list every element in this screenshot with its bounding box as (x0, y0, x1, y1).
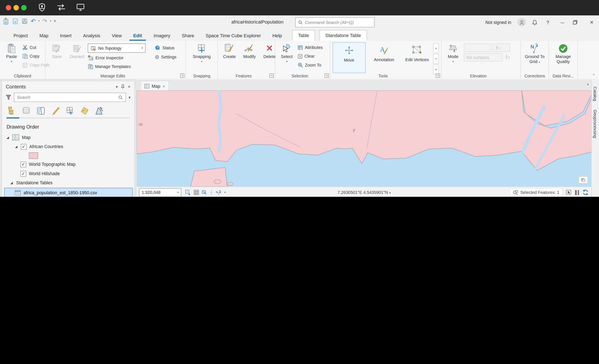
paste-dropdown-icon[interactable]: ▾ (11, 60, 12, 63)
manage-templates-button[interactable]: Manage Templates (88, 63, 153, 71)
map-surround-icon[interactable] (579, 176, 588, 183)
contextual-tab-table[interactable]: Table (292, 30, 315, 41)
annotation-tool-button[interactable]: A Annotation (367, 42, 401, 63)
tree-item-csv-table[interactable]: africa_population_est_1850-1950.csv (4, 188, 133, 197)
tree-item-african-countries[interactable]: ◢ ✓ African Countries (2, 142, 134, 151)
world-hillshade-checkbox[interactable]: ✓ (20, 170, 26, 176)
tools-scroll-up-icon[interactable]: ▴ (433, 43, 439, 53)
tree-item-world-hillshade[interactable]: ✓ World Hillshade (2, 169, 134, 178)
elevation-mode-dropdown-icon[interactable]: ▾ (452, 60, 454, 63)
world-topographic-checkbox[interactable]: ✓ (20, 161, 26, 167)
ground-to-grid-button[interactable]: N Ground To Grid ▾ (523, 42, 546, 65)
tools-expand-icon[interactable]: ▾̄ (433, 65, 439, 75)
contents-tab-labeling[interactable] (80, 107, 89, 115)
select-dropdown-icon[interactable]: ▾ (286, 60, 288, 63)
tab-view[interactable]: View (108, 31, 126, 41)
select-button[interactable]: Select ▾ (277, 42, 296, 64)
elevation-value-input[interactable] (464, 44, 492, 52)
tab-edit[interactable]: Edit (129, 31, 146, 41)
tab-project[interactable]: Project (9, 31, 32, 41)
features-launcher-icon[interactable]: ↘ (270, 73, 274, 78)
settings-button[interactable]: ⚙Settings (155, 53, 182, 61)
mac-zoom-button[interactable] (21, 5, 27, 10)
shield-icon[interactable] (38, 3, 45, 12)
select-tool-icon[interactable] (566, 190, 572, 195)
tree-item-world-topographic-map[interactable]: ✓ World Topographic Map (2, 160, 134, 169)
map-view-tab[interactable]: Map × (141, 81, 169, 91)
paste-button[interactable]: Paste ▾ (2, 42, 21, 64)
search-options-icon[interactable]: ▾ (129, 95, 130, 99)
elevation-unit-select[interactable]: ft▾ (493, 44, 510, 52)
contents-tab-data-sources[interactable] (22, 107, 31, 115)
layer-color-swatch[interactable] (29, 152, 38, 159)
tree-item-standalone-tables[interactable]: ◢ Standalone Tables (2, 178, 134, 187)
contents-menu-icon[interactable]: ▾ (116, 84, 118, 89)
redo-icon[interactable]: ↷ (43, 18, 47, 25)
discard-edits-button[interactable]: Discard (68, 42, 86, 60)
tab-map[interactable]: Map (35, 31, 52, 41)
tools-scroll-down-icon[interactable]: ▾ (433, 54, 439, 64)
selected-features-indicator[interactable]: Selected Features: 1 (510, 188, 562, 197)
attributes-button[interactable]: Attributes (298, 44, 323, 51)
create-button[interactable]: Create (220, 42, 239, 60)
refresh-icon[interactable] (582, 189, 589, 195)
elevation-mode-button[interactable]: z Mode ▾ (444, 42, 462, 64)
contextual-tab-standalone-table[interactable]: Standalone Table (319, 30, 367, 41)
tab-analysis[interactable]: Analysis (79, 31, 104, 41)
edit-vertices-tool-button[interactable]: Edit Vertices (403, 42, 432, 63)
contents-close-icon[interactable]: × (128, 84, 130, 89)
command-search-input[interactable]: Command Search (Alt+Q) (295, 17, 375, 27)
manage-edits-launcher-icon[interactable]: ↘ (180, 73, 184, 78)
signin-status[interactable]: Not signed in (485, 20, 511, 25)
snapping-button[interactable]: Snapping ▾ (191, 42, 212, 64)
topology-combobox[interactable]: No Topology ▾ (88, 44, 146, 53)
undo-dropdown-icon[interactable]: ▾ (38, 19, 40, 23)
filter-funnel-icon[interactable] (6, 94, 11, 100)
user-avatar[interactable] (518, 18, 526, 27)
new-project-icon[interactable] (3, 18, 9, 25)
collapse-ribbon-icon[interactable]: ⌃ (592, 73, 595, 77)
no-surfaces-input[interactable]: No surfaces (464, 53, 503, 62)
add-layout-icon[interactable] (185, 190, 191, 195)
contents-tab-selection[interactable] (37, 107, 45, 115)
pin-icon[interactable] (121, 84, 125, 89)
tools-launcher-icon[interactable]: ↘ (436, 73, 440, 78)
contents-tab-editing[interactable] (51, 107, 60, 115)
selection-grid-icon[interactable]: + (202, 190, 208, 195)
customize-qat-icon[interactable]: ▾̄ (54, 19, 55, 23)
map-tab-close-icon[interactable]: × (163, 84, 165, 88)
transfer-arrows-icon[interactable] (56, 3, 66, 12)
minimize-button[interactable]: ─ (558, 19, 567, 25)
snapping-dropdown-icon[interactable]: ▾ (201, 60, 203, 63)
contents-tab-drawing-order[interactable] (7, 107, 16, 115)
open-project-icon[interactable] (12, 18, 19, 25)
modify-button[interactable]: Modify (240, 42, 259, 60)
close-button[interactable]: × (587, 19, 596, 26)
catalog-panel-tab[interactable]: Catalog (592, 84, 599, 103)
north-dropdown-icon[interactable]: ▾ (224, 191, 226, 194)
clear-selection-button[interactable]: Clear (298, 53, 323, 60)
mac-minimize-button[interactable] (14, 5, 19, 10)
map-scale-select[interactable]: 1:320,048▾ (139, 188, 181, 197)
mac-close-button[interactable] (6, 5, 11, 10)
restore-button[interactable] (573, 20, 581, 25)
tab-imagery[interactable]: Imagery (150, 31, 174, 41)
geoprocessing-panel-tab[interactable]: Geoprocessing (592, 107, 599, 140)
african-countries-checkbox[interactable]: ✓ (21, 144, 27, 150)
contents-tab-charts[interactable] (95, 107, 104, 115)
grid-icon[interactable] (194, 190, 199, 195)
tab-share[interactable]: Share (178, 31, 198, 41)
collapse-triangle-icon[interactable]: ◢ (15, 145, 18, 148)
tab-insert[interactable]: Insert (56, 31, 76, 41)
selection-launcher-icon[interactable]: ↘ (325, 73, 329, 78)
pause-drawing-icon[interactable] (575, 190, 579, 195)
notifications-bell-icon[interactable] (532, 19, 537, 25)
collapse-triangle-icon[interactable]: ◢ (7, 136, 9, 139)
collapse-triangle-icon[interactable]: ◢ (10, 181, 14, 185)
tree-item-map[interactable]: ◢ Map (2, 133, 134, 142)
map-canvas[interactable]: m y (137, 90, 592, 186)
save-edits-button[interactable]: Save (48, 42, 66, 60)
contents-search-input[interactable]: Search (14, 93, 126, 102)
zoom-to-selection-button[interactable]: Zoom To (298, 61, 323, 69)
north-arrow-icon[interactable]: N (215, 189, 222, 195)
